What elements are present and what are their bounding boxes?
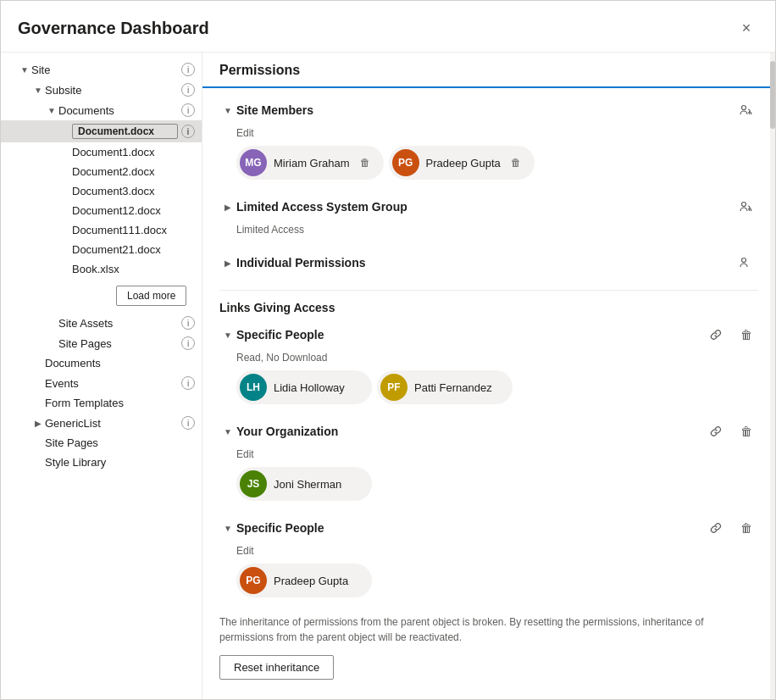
- chevron-down-icon[interactable]: ▼: [219, 519, 236, 536]
- perm-group-title: Specific People: [236, 521, 704, 535]
- perm-group-header: ▶ Limited Access System Group: [219, 195, 758, 219]
- sidebar-item-document1-docx[interactable]: Document1.docx: [1, 142, 202, 162]
- close-button[interactable]: ×: [734, 16, 758, 40]
- delete-person-button[interactable]: 🗑: [357, 154, 374, 171]
- inheritance-note: The inheritance of permissions from the …: [219, 614, 758, 645]
- sidebar-item-document3-docx[interactable]: Document3.docx: [1, 181, 202, 201]
- sidebar-item-document-docx[interactable]: Document.docx i: [1, 120, 202, 142]
- sidebar-label: Site Pages: [58, 337, 178, 350]
- info-icon[interactable]: i: [181, 316, 195, 330]
- panel-title: Permissions: [219, 63, 758, 86]
- link-icon[interactable]: [704, 323, 728, 347]
- sidebar-label: Document21.docx: [72, 243, 195, 256]
- group-people-icon[interactable]: [734, 195, 758, 219]
- chevron-down-icon: ▼: [45, 103, 58, 117]
- sidebar-item-events[interactable]: Events i: [1, 373, 202, 393]
- sidebar-label: Document3.docx: [72, 185, 195, 197]
- sidebar-item-document111-docx[interactable]: Document111.docx: [1, 220, 202, 240]
- person-name: Patti Fernandez: [414, 381, 492, 394]
- sidebar-label: Events: [45, 377, 178, 390]
- perm-group-icons: [734, 251, 758, 275]
- window-title: Governance Dashboard: [18, 19, 209, 38]
- app-window: Governance Dashboard × ▼ Site i ▼ Subsit…: [0, 0, 776, 700]
- sidebar-label: GenericList: [45, 417, 178, 430]
- sidebar-label: Document.docx: [72, 124, 178, 139]
- link-icon[interactable]: [704, 516, 728, 540]
- chevron-right-icon[interactable]: ▶: [219, 198, 236, 215]
- sidebar-item-style-library[interactable]: Style Library: [1, 453, 202, 472]
- person-pill-pradeep2: PG Pradeep Gupta: [236, 564, 372, 597]
- sidebar-label: Documents: [45, 357, 195, 369]
- delete-link-button[interactable]: 🗑: [734, 323, 758, 347]
- perm-group-title: Site Members: [236, 103, 734, 117]
- sidebar-label: Document111.docx: [72, 224, 195, 236]
- sidebar-item-book-xlsx[interactable]: Book.xlsx: [1, 259, 202, 279]
- perm-group-title: Limited Access System Group: [236, 200, 734, 214]
- person-pills: LH Lidia Holloway PF Patti Fernandez: [236, 370, 758, 404]
- sidebar-item-subsite[interactable]: ▼ Subsite i: [1, 80, 202, 100]
- person-pill-joni: JS Joni Sherman: [236, 467, 372, 501]
- avatar-pradeep: PG: [392, 149, 419, 176]
- sidebar-item-generic-list[interactable]: ▶ GenericList i: [1, 413, 202, 433]
- perm-group-icons: 🗑: [704, 323, 758, 347]
- info-icon[interactable]: i: [181, 103, 195, 117]
- delete-link-button[interactable]: 🗑: [734, 419, 758, 443]
- perm-section-individual: ▶ Individual Permissions: [219, 251, 758, 275]
- sidebar-item-documents2[interactable]: Documents: [1, 353, 202, 373]
- chevron-down-icon[interactable]: ▼: [219, 423, 236, 440]
- info-icon[interactable]: i: [181, 336, 195, 350]
- chevron-right-icon[interactable]: ▶: [219, 254, 236, 271]
- sidebar-item-form-templates[interactable]: Form Templates: [1, 393, 202, 413]
- person-pills: PG Pradeep Gupta: [236, 564, 758, 597]
- info-icon[interactable]: i: [181, 83, 195, 97]
- sidebar-item-document2-docx[interactable]: Document2.docx: [1, 162, 202, 181]
- perm-group-title: Individual Permissions: [236, 256, 734, 269]
- sidebar-item-site-pages-sub[interactable]: Site Pages i: [1, 333, 202, 353]
- info-icon[interactable]: i: [181, 125, 195, 138]
- group-people-icon[interactable]: [734, 98, 758, 122]
- avatar-pradeep2: PG: [240, 567, 267, 594]
- person-pill-miriam: MG Miriam Graham 🗑: [236, 146, 384, 180]
- sidebar-label: Site Pages: [45, 436, 195, 449]
- group-people-icon[interactable]: [734, 251, 758, 275]
- person-name: Pradeep Gupta: [426, 157, 501, 169]
- sidebar-item-site-assets[interactable]: Site Assets i: [1, 313, 202, 333]
- main-content: ▼ Site i ▼ Subsite i ▼ Documents i Docum…: [1, 53, 775, 699]
- load-more-button[interactable]: Load more: [116, 286, 186, 306]
- perm-group-header: ▶ Individual Permissions: [219, 251, 758, 275]
- scrollbar-track[interactable]: [770, 53, 775, 699]
- sidebar-item-documents[interactable]: ▼ Documents i: [1, 100, 202, 120]
- sidebar-label: Style Library: [45, 456, 195, 469]
- avatar-lidia: LH: [240, 374, 267, 401]
- links-section-title: Links Giving Access: [219, 301, 758, 314]
- perm-group-header: ▼ Site Members: [219, 98, 758, 122]
- perm-group-icons: 🗑: [704, 516, 758, 540]
- avatar-patti: PF: [380, 374, 407, 401]
- section-divider: [219, 290, 758, 291]
- info-icon[interactable]: i: [181, 63, 195, 76]
- info-icon[interactable]: i: [181, 376, 195, 390]
- sidebar-label: Site: [31, 64, 178, 76]
- person-pill-pradeep: PG Pradeep Gupta 🗑: [389, 146, 535, 180]
- sidebar-label: Form Templates: [45, 397, 195, 409]
- reset-inheritance-button[interactable]: Reset inheritance: [219, 655, 334, 680]
- scrollbar-thumb: [770, 61, 775, 129]
- person-name: Joni Sherman: [274, 478, 341, 491]
- sidebar-item-document21-docx[interactable]: Document21.docx: [1, 240, 202, 259]
- person-name: Miriam Graham: [274, 157, 350, 169]
- perm-section-your-org: ▼ Your Organization 🗑 Ed: [219, 419, 758, 501]
- chevron-down-icon[interactable]: ▼: [219, 326, 236, 343]
- perm-group-icons: 🗑: [704, 419, 758, 443]
- person-pills: JS Joni Sherman: [236, 467, 758, 501]
- chevron-down-icon: ▼: [31, 83, 45, 97]
- info-icon[interactable]: i: [181, 416, 195, 430]
- perm-group-icons: [734, 195, 758, 219]
- delete-person-button[interactable]: 🗑: [507, 154, 524, 171]
- chevron-down-icon[interactable]: ▼: [219, 102, 236, 119]
- sidebar-item-site[interactable]: ▼ Site i: [1, 59, 202, 80]
- sidebar-item-site-pages[interactable]: Site Pages: [1, 433, 202, 453]
- sidebar-label: Document12.docx: [72, 204, 195, 217]
- delete-link-button[interactable]: 🗑: [734, 516, 758, 540]
- link-icon[interactable]: [704, 419, 728, 443]
- sidebar-item-document12-docx[interactable]: Document12.docx: [1, 201, 202, 220]
